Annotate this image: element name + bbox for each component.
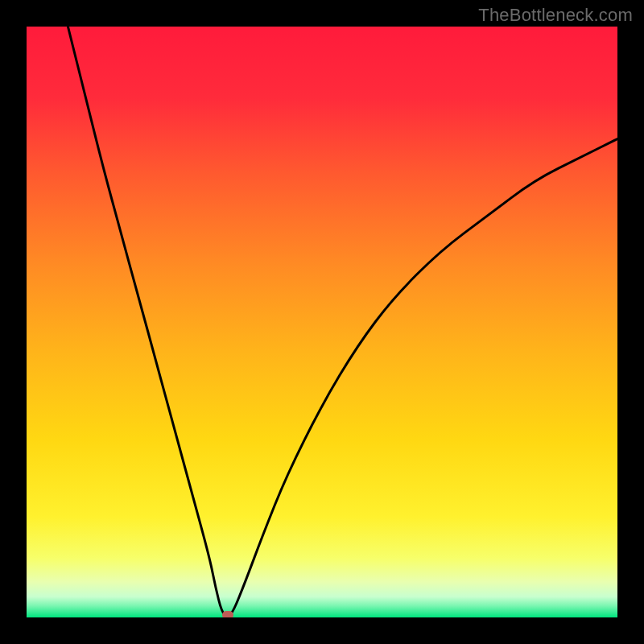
outer-frame: TheBottleneck.com (0, 0, 644, 644)
plot-area (27, 27, 617, 617)
bottleneck-curve (68, 27, 617, 616)
optimal-point-marker (222, 611, 233, 617)
watermark-text: TheBottleneck.com (478, 5, 633, 26)
curve-layer (27, 27, 617, 617)
